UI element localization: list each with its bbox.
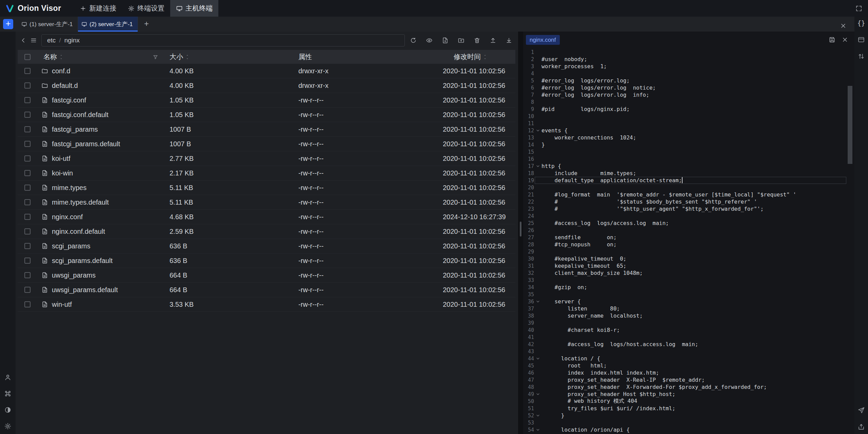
file-name[interactable]: uwsgi_params xyxy=(52,271,96,279)
code-line[interactable]: 29 xyxy=(523,248,846,255)
code-line[interactable]: 5#error_log logs/error.log; xyxy=(523,77,846,84)
row-checkbox[interactable] xyxy=(24,155,31,162)
row-checkbox[interactable] xyxy=(24,287,31,293)
window-icon[interactable] xyxy=(857,36,865,43)
send-icon[interactable] xyxy=(857,407,865,414)
table-row[interactable]: win-utf3.53 KB-rw-r--r--2020-11-01 10:02… xyxy=(18,297,515,312)
upload-button[interactable] xyxy=(488,35,498,45)
row-checkbox[interactable] xyxy=(24,185,31,191)
file-name[interactable]: win-utf xyxy=(52,301,72,308)
sort-mtime-control[interactable] xyxy=(483,54,487,60)
code-line[interactable]: 3worker_processes 1; xyxy=(523,63,846,70)
menu-item-new-connection[interactable]: 新建连接 xyxy=(74,0,122,17)
file-name[interactable]: conf.d xyxy=(52,67,70,75)
sort-name-control[interactable] xyxy=(59,54,63,60)
brand[interactable]: Orion Visor xyxy=(0,0,66,17)
code-line[interactable]: 19 default_type application/octet-stream… xyxy=(523,177,846,184)
row-checkbox[interactable] xyxy=(24,258,31,264)
file-name[interactable]: scgi_params.default xyxy=(52,257,113,265)
new-file-button[interactable] xyxy=(440,35,450,45)
command-icon[interactable] xyxy=(4,390,12,397)
breadcrumb-item[interactable]: etc xyxy=(47,37,56,44)
row-checkbox[interactable] xyxy=(24,141,31,147)
open-file-tag[interactable]: nginx.conf xyxy=(526,35,560,45)
code-line[interactable]: 42 #access_log logs/host.access.log main… xyxy=(523,341,846,348)
save-icon[interactable] xyxy=(829,36,835,43)
file-name[interactable]: fastcgi.conf xyxy=(52,96,86,104)
braces-icon[interactable]: {} xyxy=(857,19,865,27)
row-checkbox[interactable] xyxy=(24,97,31,103)
table-row[interactable]: fastcgi_params1007 B-rw-r--r--2020-11-01… xyxy=(18,122,515,137)
code-line[interactable]: 20 xyxy=(523,184,846,191)
table-row[interactable]: scgi_params636 B-rw-r--r--2020-11-01 10:… xyxy=(18,239,515,253)
list-view-button[interactable] xyxy=(28,35,39,45)
row-checkbox[interactable] xyxy=(24,214,31,220)
file-name[interactable]: nginx.conf.default xyxy=(52,228,105,235)
code-line[interactable]: 30 #keepalive_timeout 0; xyxy=(523,255,846,262)
code-line[interactable]: 27 sendfile on; xyxy=(523,234,846,241)
code-line[interactable]: 4 xyxy=(523,70,846,77)
splitter-handle[interactable] xyxy=(520,222,521,237)
fold-chevron-icon[interactable] xyxy=(534,392,541,397)
row-checkbox[interactable] xyxy=(24,82,31,89)
fold-chevron-icon[interactable] xyxy=(534,356,541,361)
file-name[interactable]: nginx.conf xyxy=(52,213,83,221)
menu-item-host-terminal[interactable]: 主机终端 xyxy=(170,0,218,17)
row-checkbox[interactable] xyxy=(24,126,31,132)
row-checkbox[interactable] xyxy=(24,228,31,234)
table-row[interactable]: conf.d4.00 KBdrwxr-xr-x2020-11-01 10:02:… xyxy=(18,64,515,78)
code-line[interactable]: 25 #access_log logs/access.log main; xyxy=(523,220,846,227)
user-icon[interactable] xyxy=(4,374,12,381)
code-line[interactable]: 44 location / { xyxy=(523,355,846,362)
back-button[interactable] xyxy=(18,35,28,45)
terminal-tab-2[interactable]: (2) server-生产-1 xyxy=(78,17,138,32)
code-line[interactable]: 39 xyxy=(523,319,846,326)
table-row[interactable]: fastcgi_params.default1007 B-rw-r--r--20… xyxy=(18,137,515,151)
file-name[interactable]: fastcgi.conf.default xyxy=(52,111,108,119)
swap-icon[interactable] xyxy=(857,53,865,60)
code-line[interactable]: 52 } xyxy=(523,412,846,419)
code-line[interactable]: 17http { xyxy=(523,163,846,170)
code-line[interactable]: 8 xyxy=(523,98,846,106)
code-line[interactable]: 43 xyxy=(523,348,846,355)
add-tab-button[interactable]: + xyxy=(141,19,152,29)
code-line[interactable]: 45 root html; xyxy=(523,362,846,369)
download-button[interactable] xyxy=(504,35,514,45)
row-checkbox[interactable] xyxy=(24,68,31,74)
fold-chevron-icon[interactable] xyxy=(534,413,541,418)
delete-button[interactable] xyxy=(472,35,482,45)
menu-item-terminal-settings[interactable]: 终端设置 xyxy=(122,0,170,17)
code-line[interactable]: 9#pid logs/nginx.pid; xyxy=(523,106,846,113)
table-row[interactable]: fastcgi.conf.default1.05 KB-rw-r--r--202… xyxy=(18,108,515,122)
code-line[interactable]: 14} xyxy=(523,141,846,148)
file-name[interactable]: scgi_params xyxy=(52,242,90,250)
code-line[interactable]: 6#error_log logs/error.log notice; xyxy=(523,84,846,91)
settings-icon[interactable] xyxy=(4,422,12,430)
code-line[interactable]: 23 # '"$http_user_agent" "$http_x_forwar… xyxy=(523,205,846,212)
table-row[interactable]: mime.types.default5.11 KB-rw-r--r--2020-… xyxy=(18,195,515,210)
close-icon[interactable] xyxy=(842,36,848,43)
table-row[interactable]: uwsgi_params664 B-rw-r--r--2020-11-01 10… xyxy=(18,268,515,283)
scrollbar-thumb[interactable] xyxy=(848,86,852,164)
preview-button[interactable] xyxy=(424,35,434,45)
code-line[interactable]: 38 server_name localhost; xyxy=(523,312,846,319)
code-line[interactable]: 54 location /orion/api { xyxy=(523,426,846,433)
table-row[interactable]: nginx.conf4.68 KB-rw-r--r--2024-12-10 16… xyxy=(18,210,515,224)
fold-chevron-icon[interactable] xyxy=(534,427,541,432)
code-line[interactable]: 32 client_max_body_size 1048m; xyxy=(523,269,846,277)
row-checkbox[interactable] xyxy=(24,243,31,249)
code-line[interactable]: 15 xyxy=(523,148,846,155)
row-checkbox[interactable] xyxy=(24,301,31,307)
code-line[interactable]: 26 xyxy=(523,227,846,234)
code-line[interactable]: 36 server { xyxy=(523,298,846,305)
new-folder-button[interactable] xyxy=(456,35,466,45)
table-row[interactable]: nginx.conf.default2.59 KB-rw-r--r--2020-… xyxy=(18,224,515,239)
code-line[interactable]: 16 xyxy=(523,155,846,163)
row-checkbox[interactable] xyxy=(24,199,31,205)
fold-chevron-icon[interactable] xyxy=(534,128,541,133)
code-line[interactable]: 41 xyxy=(523,334,846,341)
table-row[interactable]: uwsgi_params.default664 B-rw-r--r--2020-… xyxy=(18,283,515,297)
table-row[interactable]: mime.types5.11 KB-rw-r--r--2020-11-01 10… xyxy=(18,181,515,195)
fold-chevron-icon[interactable] xyxy=(534,299,541,304)
code-line[interactable]: 1 xyxy=(523,49,846,56)
